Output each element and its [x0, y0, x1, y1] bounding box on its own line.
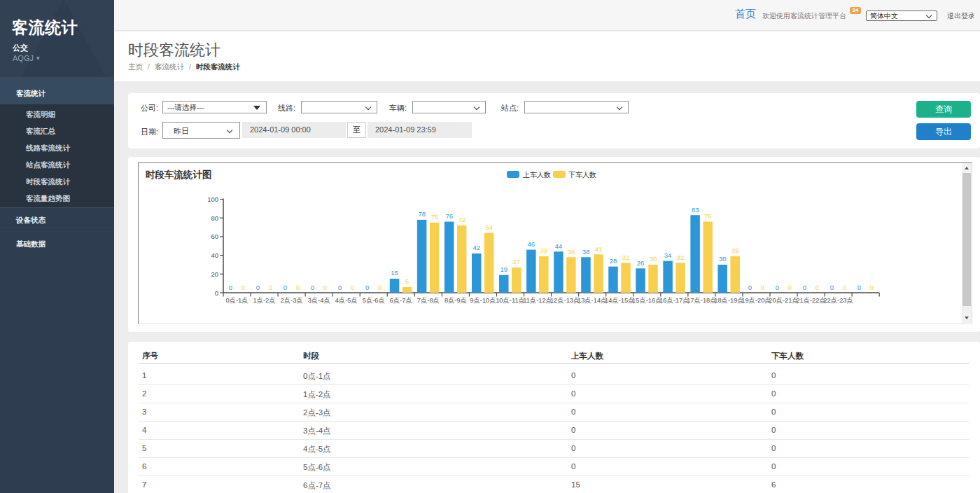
svg-text:60: 60 — [211, 232, 218, 240]
svg-text:6点-7点: 6点-7点 — [390, 297, 412, 304]
svg-text:78: 78 — [418, 210, 426, 218]
svg-text:38: 38 — [568, 248, 575, 256]
svg-text:30: 30 — [650, 255, 657, 263]
svg-text:76: 76 — [704, 212, 712, 220]
svg-text:15: 15 — [391, 269, 398, 277]
svg-text:0: 0 — [365, 284, 369, 291]
svg-text:9点-10点: 9点-10点 — [470, 297, 496, 304]
svg-text:0: 0 — [870, 284, 874, 291]
svg-text:0: 0 — [830, 284, 834, 291]
svg-text:46: 46 — [528, 240, 536, 248]
svg-text:39: 39 — [540, 246, 548, 254]
svg-text:19点-20点: 19点-20点 — [741, 297, 771, 304]
svg-text:42: 42 — [472, 244, 480, 251]
svg-text:39: 39 — [732, 246, 739, 254]
svg-text:72: 72 — [458, 216, 465, 223]
svg-text:0: 0 — [269, 284, 272, 291]
svg-text:21点-22点: 21点-22点 — [796, 297, 825, 304]
svg-text:18点-19点: 18点-19点 — [714, 297, 743, 304]
svg-text:75: 75 — [430, 213, 438, 221]
svg-text:26: 26 — [637, 259, 645, 267]
svg-text:80: 80 — [211, 214, 218, 222]
svg-text:0: 0 — [776, 284, 779, 291]
svg-text:10点-11点: 10点-11点 — [496, 297, 525, 304]
svg-text:15点-16点: 15点-16点 — [632, 297, 662, 304]
svg-text:32: 32 — [677, 254, 685, 261]
svg-text:0: 0 — [311, 284, 314, 291]
svg-text:83: 83 — [692, 206, 699, 214]
svg-text:0: 0 — [284, 284, 287, 291]
svg-text:64: 64 — [485, 223, 493, 231]
svg-text:2点-3点: 2点-3点 — [281, 297, 303, 304]
svg-text:下车人数: 下车人数 — [568, 171, 596, 179]
svg-text:32: 32 — [622, 254, 630, 261]
svg-text:14点-15点: 14点-15点 — [605, 297, 634, 304]
svg-text:0: 0 — [816, 284, 819, 291]
svg-text:41: 41 — [595, 245, 603, 253]
svg-text:19: 19 — [500, 265, 508, 273]
svg-text:3点-4点: 3点-4点 — [308, 297, 330, 304]
svg-text:100: 100 — [207, 195, 218, 203]
svg-text:0: 0 — [229, 284, 232, 291]
svg-text:34: 34 — [664, 251, 672, 259]
svg-text:0: 0 — [338, 284, 342, 291]
svg-text:0: 0 — [241, 284, 245, 291]
svg-text:20: 20 — [211, 270, 218, 278]
svg-text:上车人数: 上车人数 — [522, 171, 551, 179]
svg-text:12点-13点: 12点-13点 — [550, 297, 580, 304]
svg-text:0: 0 — [378, 284, 382, 291]
svg-text:44: 44 — [555, 242, 563, 250]
svg-text:0点-1点: 0点-1点 — [226, 297, 248, 304]
svg-text:0: 0 — [748, 284, 752, 291]
svg-text:0: 0 — [351, 284, 354, 291]
svg-text:28: 28 — [610, 257, 617, 265]
svg-text:40: 40 — [211, 251, 218, 259]
svg-text:0: 0 — [256, 284, 260, 291]
svg-text:0: 0 — [803, 284, 806, 291]
svg-text:0: 0 — [215, 289, 218, 297]
svg-text:11点-12点: 11点-12点 — [523, 297, 552, 304]
svg-text:17点-18点: 17点-18点 — [687, 297, 716, 304]
svg-text:16点-17点: 16点-17点 — [659, 297, 689, 304]
svg-text:8点-9点: 8点-9点 — [444, 297, 467, 304]
svg-text:4点-5点: 4点-5点 — [335, 297, 358, 304]
svg-text:5点-6点: 5点-6点 — [363, 297, 385, 304]
svg-text:30: 30 — [719, 255, 727, 263]
svg-text:0: 0 — [788, 284, 792, 291]
svg-text:0: 0 — [858, 284, 861, 291]
svg-text:0: 0 — [296, 284, 300, 291]
svg-text:22点-23点: 22点-23点 — [823, 297, 853, 304]
svg-text:0: 0 — [843, 284, 846, 291]
svg-text:13点-14点: 13点-14点 — [578, 297, 607, 304]
svg-text:6: 6 — [405, 277, 409, 285]
svg-text:20点-21点: 20点-21点 — [769, 297, 798, 304]
svg-text:76: 76 — [445, 212, 453, 220]
svg-text:0: 0 — [323, 284, 327, 291]
svg-text:7点-8点: 7点-8点 — [417, 297, 440, 304]
svg-text:38: 38 — [582, 248, 590, 256]
svg-text:1点-2点: 1点-2点 — [253, 297, 276, 304]
svg-text:27: 27 — [513, 258, 521, 265]
svg-text:0: 0 — [761, 284, 764, 291]
svg-text:时段车流统计图: 时段车流统计图 — [146, 169, 212, 180]
